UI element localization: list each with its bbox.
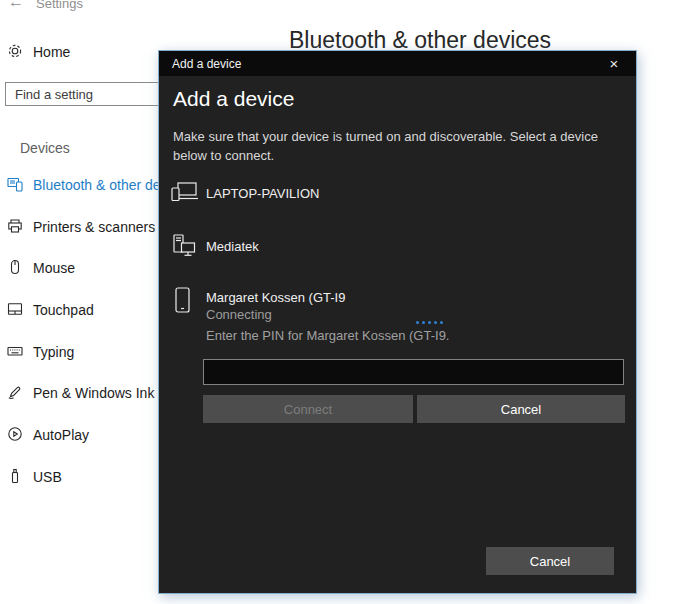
sidebar-item-label: USB	[33, 469, 62, 485]
sidebar-item-bluetooth-other-devices[interactable]: Bluetooth & other devices	[0, 167, 158, 203]
sidebar-item-label: Pen & Windows Ink	[33, 385, 154, 401]
progress-dot	[422, 321, 425, 324]
back-arrow-icon[interactable]: ←	[8, 0, 24, 11]
connect-button[interactable]: Connect	[203, 395, 413, 423]
dialog-bottom-cancel-button[interactable]: Cancel	[486, 547, 614, 575]
desktop-pc-icon	[172, 234, 196, 257]
sidebar-item-pen-windows-ink[interactable]: Pen & Windows Ink	[0, 375, 158, 411]
device-name: Mediatek	[206, 239, 259, 254]
laptop-phone-icon	[171, 182, 198, 203]
close-icon[interactable]: ×	[602, 52, 626, 75]
sidebar-item-label: Printers & scanners	[33, 219, 155, 235]
pin-input[interactable]	[203, 359, 624, 385]
printer-icon	[7, 218, 23, 234]
pin-prompt: Enter the PIN for Margaret Kossen (GT-I9…	[206, 328, 449, 343]
sidebar-item-label: Touchpad	[33, 302, 94, 318]
usb-icon	[7, 468, 23, 484]
device-name: LAPTOP-PAVILION	[206, 186, 319, 201]
progress-dot	[440, 321, 443, 324]
dialog-titlebar: Add a device ×	[159, 51, 636, 76]
dialog-description: Make sure that your device is turned on …	[173, 127, 625, 165]
device-item-margaret-kossen[interactable]: Margaret Kossen (GT-I9 Connecting	[159, 283, 629, 327]
cancel-button[interactable]: Cancel	[417, 395, 625, 423]
autoplay-icon	[7, 426, 23, 442]
sidebar-item-touchpad[interactable]: Touchpad	[0, 292, 158, 328]
sidebar-item-label: Mouse	[33, 260, 75, 276]
sidebar-item-label: Typing	[33, 344, 74, 360]
sidebar-item-printers-scanners[interactable]: Printers & scanners	[0, 209, 158, 245]
bluetooth-devices-icon	[7, 176, 23, 192]
sidebar-item-label: Home	[33, 44, 70, 60]
sidebar-item-autoplay[interactable]: AutoPlay	[0, 417, 158, 453]
add-device-dialog: Add a device × Add a device Make sure th…	[158, 50, 637, 594]
dialog-caption: Add a device	[172, 57, 241, 71]
sidebar-item-usb[interactable]: USB	[0, 459, 158, 495]
window-title: Settings	[36, 0, 83, 11]
sidebar-item-typing[interactable]: Typing	[0, 334, 158, 370]
device-status: Connecting	[206, 307, 272, 322]
progress-dots	[416, 321, 443, 324]
dialog-heading: Add a device	[173, 87, 294, 111]
sidebar-item-mouse[interactable]: Mouse	[0, 250, 158, 286]
gear-icon	[7, 43, 23, 59]
progress-dot	[434, 321, 437, 324]
device-item-laptop-pavilion[interactable]: LAPTOP-PAVILION	[159, 179, 629, 215]
sidebar-section-devices: Devices	[20, 140, 70, 156]
touchpad-icon	[7, 301, 23, 317]
sidebar-item-label: AutoPlay	[33, 427, 89, 443]
device-item-mediatek[interactable]: Mediatek	[159, 231, 629, 267]
mouse-icon	[7, 259, 23, 275]
progress-dot	[428, 321, 431, 324]
phone-icon	[175, 287, 190, 313]
device-name: Margaret Kossen (GT-I9	[206, 290, 345, 305]
progress-dot	[416, 321, 419, 324]
keyboard-icon	[7, 343, 23, 359]
pen-icon	[7, 384, 23, 400]
sidebar-item-home[interactable]: Home	[0, 40, 158, 66]
